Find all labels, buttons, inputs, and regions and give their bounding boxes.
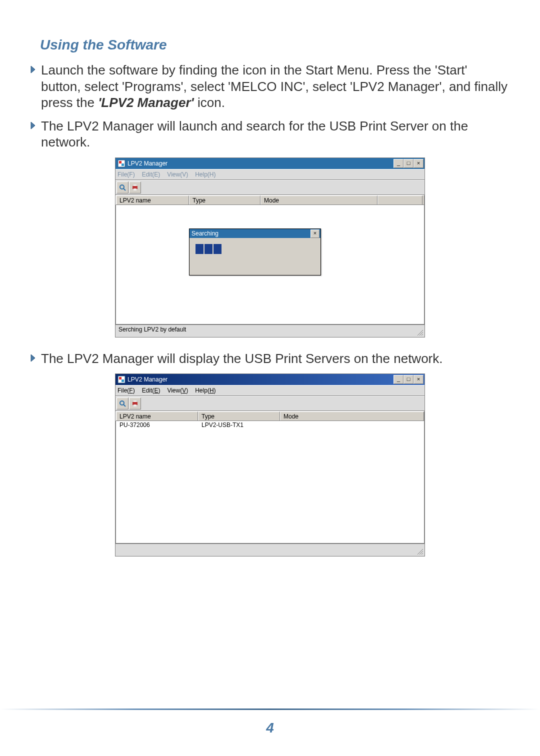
page: Using the Software Launch the software b…	[0, 0, 540, 756]
svg-line-21	[422, 553, 423, 554]
svg-point-3	[120, 185, 124, 189]
menu-file[interactable]: File(F)	[118, 387, 135, 394]
bullet-1-em: 'LPV2 Manager'	[98, 95, 194, 110]
minimize-button[interactable]: _	[394, 375, 404, 384]
bullet-item: Launch the software by finding the icon …	[30, 62, 510, 111]
menu-view[interactable]: View(V)	[167, 387, 188, 394]
svg-rect-13	[122, 380, 124, 382]
list-body[interactable]: PU-372006 LPV2-USB-TX1	[116, 421, 424, 544]
titlebar[interactable]: LPV2 Manager _ □ ×	[116, 158, 424, 169]
toolbar	[116, 180, 424, 195]
col-lpv2-name[interactable]: LPV2 name	[116, 412, 198, 420]
menubar[interactable]: File(F) Edit(E) View(V) Help(H)	[116, 385, 424, 396]
svg-rect-18	[134, 404, 136, 406]
col-lpv2-name[interactable]: LPV2 name	[116, 196, 189, 204]
dialog-title: Searching	[192, 230, 218, 237]
bullet-icon	[30, 121, 41, 132]
table-row[interactable]: PU-372006 LPV2-USB-TX1	[116, 421, 424, 430]
dialog-titlebar[interactable]: Searching ×	[190, 229, 320, 238]
page-number: 4	[0, 720, 540, 736]
menu-file[interactable]: File(F)	[118, 171, 135, 178]
search-icon[interactable]	[116, 398, 128, 410]
menu-edit[interactable]: Edit(E)	[142, 171, 160, 178]
progress-block	[214, 244, 222, 254]
bullet-1-post: icon.	[194, 95, 225, 110]
list-body: Searching ×	[116, 205, 424, 324]
app-icon	[118, 376, 126, 384]
svg-rect-1	[119, 161, 122, 164]
svg-point-14	[120, 401, 124, 405]
progress-block	[196, 244, 204, 254]
footer-divider	[0, 708, 540, 710]
titlebar[interactable]: LPV2 Manager _ □ ×	[116, 374, 424, 385]
cell-mode	[280, 422, 424, 430]
menu-edit[interactable]: Edit(E)	[142, 387, 160, 394]
window-title: LPV2 Manager	[128, 160, 424, 167]
close-button[interactable]: ×	[414, 159, 424, 168]
list-header: LPV2 name Type Mode	[116, 411, 424, 421]
statusbar: Serching LPV2 by default	[116, 324, 424, 337]
dialog-body	[190, 238, 320, 260]
svg-rect-2	[122, 164, 124, 166]
svg-line-20	[420, 551, 423, 554]
bullet-item: The LPV2 Manager will launch and search …	[30, 118, 510, 150]
svg-rect-7	[134, 188, 136, 190]
maximize-button[interactable]: □	[404, 375, 414, 384]
list-header: LPV2 name Type Mode	[116, 195, 424, 205]
progress-block	[204, 244, 212, 254]
resize-grip-icon[interactable]	[416, 548, 424, 555]
printer-icon[interactable]	[129, 398, 141, 410]
dialog-close-button[interactable]: ×	[310, 230, 320, 238]
toolbar	[116, 396, 424, 411]
lpv2-manager-window-results: LPV2 Manager _ □ × File(F) Edit(E) View(…	[115, 374, 425, 556]
minimize-button[interactable]: _	[394, 159, 404, 168]
cell-lpv2-name: PU-372006	[116, 422, 198, 430]
close-button[interactable]: ×	[414, 375, 424, 384]
bullet-icon	[30, 354, 41, 364]
menu-help[interactable]: Help(H)	[195, 387, 216, 394]
svg-rect-6	[134, 184, 136, 186]
menu-view[interactable]: View(V)	[167, 171, 188, 178]
menubar[interactable]: File(F) Edit(E) View(V) Help(H)	[116, 169, 424, 180]
search-icon[interactable]	[116, 182, 128, 194]
statusbar	[116, 544, 424, 556]
svg-line-10	[422, 334, 423, 336]
bullet-item: The LPV2 Manager will display the USB Pr…	[30, 350, 510, 367]
app-icon	[118, 160, 126, 168]
col-type[interactable]: Type	[189, 196, 260, 204]
bullet-3: The LPV2 Manager will display the USB Pr…	[41, 350, 443, 367]
maximize-button[interactable]: □	[404, 159, 414, 168]
section-title: Using the Software	[40, 37, 510, 53]
svg-rect-17	[134, 400, 136, 402]
resize-grip-icon[interactable]	[416, 329, 424, 336]
col-spacer	[378, 196, 422, 204]
searching-dialog: Searching ×	[189, 228, 321, 276]
bullet-2: The LPV2 Manager will launch and search …	[41, 118, 510, 150]
col-mode[interactable]: Mode	[280, 412, 424, 420]
svg-line-9	[420, 332, 423, 336]
bullet-icon	[30, 65, 41, 76]
window-title: LPV2 Manager	[128, 376, 424, 383]
lpv2-manager-window-searching: LPV2 Manager _ □ × File(F) Edit(E) View(…	[115, 158, 425, 338]
svg-rect-12	[119, 377, 122, 380]
printer-icon[interactable]	[129, 182, 141, 194]
menu-help[interactable]: Help(H)	[195, 171, 216, 178]
col-type[interactable]: Type	[198, 412, 280, 420]
status-text: Serching LPV2 by default	[118, 326, 186, 333]
cell-type: LPV2-USB-TX1	[198, 422, 280, 430]
svg-line-15	[124, 404, 126, 406]
progress-indicator	[196, 244, 314, 254]
svg-line-4	[124, 188, 126, 190]
col-mode[interactable]: Mode	[260, 196, 378, 204]
bullet-text: Launch the software by finding the icon …	[41, 62, 510, 111]
